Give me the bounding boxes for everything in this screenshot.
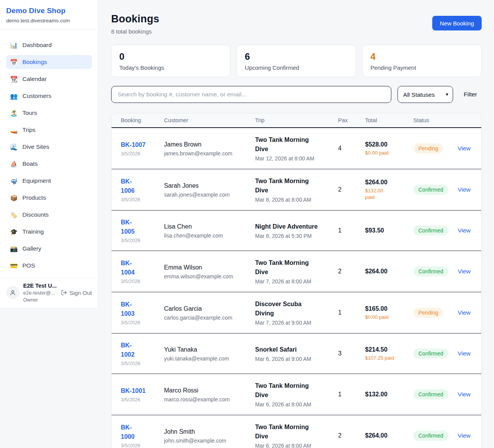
stat-value: 4 [370,51,474,62]
view-link[interactable]: View [458,309,470,316]
stat-label: Today's Bookings [119,64,222,71]
pax-cell: 3 [338,350,365,357]
status-badge: Confirmed [413,226,448,236]
trip-name: Two Tank Morning Dive [255,177,338,195]
sidebar-item-boats[interactable]: ⛵ Boats [6,157,92,171]
stat-value: 6 [245,51,348,62]
sidebar-item-dashboard[interactable]: 📊 Dashboard [6,38,92,52]
booking-cell: BK-1001 3/5/2026 [121,386,164,403]
total-cell: $214.50 $107.25 paid [365,346,413,361]
customer-email: lisa.chen@example.com [164,232,255,239]
filter-button[interactable]: Filter [459,91,482,98]
booking-id-link[interactable]: BK-1007 [121,140,145,150]
status-cell: Pending [413,143,458,153]
status-select-wrap: All Statuses ▾ [398,86,453,103]
booking-cell: BK- 1002 3/5/2026 [121,341,164,366]
view-link[interactable]: View [458,186,470,193]
sidebar-item-label: POS [22,262,35,269]
booking-cell: BK- 1000 3/5/2026 [121,423,164,448]
sidebar-item-training[interactable]: 🎓 Training [6,225,92,239]
booking-cell: BK- 1006 3/5/2026 [121,177,164,202]
table-header-row: Booking Customer Trip Pax Total Status [112,113,481,128]
sidebar-item-tours[interactable]: 🏝️ Tours [6,106,92,120]
calendar-icon: 📆 [10,76,18,83]
sidebar: Demo Dive Shop demo.test.divestreams.com… [0,0,98,308]
booking-date: 3/5/2026 [121,278,164,284]
page-header: Bookings 8 total bookings New Booking [111,13,482,35]
sidebar-item-trips[interactable]: 🚤 Trips [6,123,92,137]
trip-datetime: Mar 12, 2026 at 8:00 AM [255,155,338,162]
status-badge: Pending [413,143,443,153]
booking-cell: BK-1007 3/5/2026 [121,140,164,157]
booking-id-link[interactable]: BK- 1004 [121,259,135,277]
customer-email: marco.rossi@example.com [164,396,255,403]
booking-id-link[interactable]: BK-1001 [121,386,145,396]
customer-name: James Brown [164,140,255,149]
sidebar-item-discounts[interactable]: 🏷️ Discounts [6,208,92,222]
trip-cell: Two Tank Morning Dive Mar 12, 2026 at 8:… [255,135,338,162]
view-link[interactable]: View [458,145,470,152]
status-cell: Confirmed [413,349,458,359]
booking-date: 3/5/2026 [121,320,164,325]
customer-cell: Carlos Garcia carlos.garcia@example.com [164,305,255,321]
status-badge: Confirmed [413,185,448,195]
customer-cell: James Brown james.brown@example.com [164,140,255,157]
total-amount: $264.00 [365,268,413,275]
brand-name: Demo Dive Shop [6,7,92,15]
trip-datetime: Mar 7, 2026 at 8:00 AM [255,278,338,285]
view-link[interactable]: View [458,391,470,397]
discounts-icon: 🏷️ [10,211,18,219]
status-cell: Confirmed [413,431,458,441]
table-body: BK-1007 3/5/2026 James Brown james.brown… [112,128,481,448]
booking-date: 3/5/2026 [121,237,164,243]
sidebar-item-calendar[interactable]: 📆 Calendar [6,72,92,86]
trip-cell: Night Dive Adventure Mar 8, 2026 at 5:30… [255,222,338,239]
table-row: BK- 1005 3/5/2026 Lisa Chen lisa.chen@ex… [112,211,481,251]
booking-id-link[interactable]: BK- 1000 [121,423,135,441]
booking-id-link[interactable]: BK- 1006 [121,177,135,195]
column-header-pax: Pax [338,117,365,123]
gallery-icon: 📸 [10,245,18,253]
booking-id-link[interactable]: BK- 1005 [121,218,135,236]
sidebar-nav: 📊 Dashboard 📅 Bookings 📆 Calendar 👥 Cust… [0,30,98,278]
customer-email: carlos.garcia@example.com [164,315,255,321]
view-link[interactable]: View [458,350,470,357]
status-badge: Confirmed [413,431,448,441]
total-amount: $528.00 [365,141,413,148]
booking-id-link[interactable]: BK- 1003 [121,300,135,318]
total-amount: $264.00 [365,432,413,439]
sidebar-item-bookings[interactable]: 📅 Bookings [6,55,92,69]
sign-out-icon [61,290,67,296]
sidebar-item-pos[interactable]: 💳 POS [6,259,92,273]
sidebar-item-gallery[interactable]: 📸 Gallery [6,242,92,256]
user-role: Owner [23,297,57,303]
training-icon: 🎓 [10,228,18,236]
page-subtitle: 8 total bookings [111,28,159,35]
dashboard-icon: 📊 [10,42,18,49]
sidebar-item-label: Products [22,194,46,201]
trip-name: Two Tank Morning Dive [255,258,338,277]
new-booking-button[interactable]: New Booking [432,16,482,30]
customer-name: Sarah Jones [164,182,255,190]
trip-name: Two Tank Morning Dive [255,423,338,441]
column-header-trip: Trip [255,117,338,123]
sidebar-item-customers[interactable]: 👥 Customers [6,89,92,103]
customer-email: emma.wilson@example.com [164,273,255,280]
sidebar-item-equipment[interactable]: 🤿 Equipment [6,174,92,188]
view-link[interactable]: View [458,432,470,439]
status-select[interactable]: All Statuses [398,86,453,103]
trip-datetime: Mar 6, 2026 at 8:00 AM [255,443,338,448]
trip-name: Snorkel Safari [255,345,338,354]
view-link[interactable]: View [458,268,470,275]
sidebar-item-products[interactable]: 📦 Products [6,191,92,205]
view-link[interactable]: View [458,227,470,234]
search-input[interactable] [111,86,391,103]
sidebar-item-dive-sites[interactable]: 🌊 Dive Sites [6,140,92,154]
trip-name: Two Tank Morning Dive [255,381,338,400]
customer-cell: John Smith john.smith@example.com [164,428,255,444]
stat-label: Pending Payment [370,64,474,71]
sign-out-button[interactable]: Sign Out [61,290,92,296]
booking-id-link[interactable]: BK- 1002 [121,341,135,359]
user-email: e2e-tester@... [23,290,57,296]
pax-cell: 4 [338,145,365,152]
